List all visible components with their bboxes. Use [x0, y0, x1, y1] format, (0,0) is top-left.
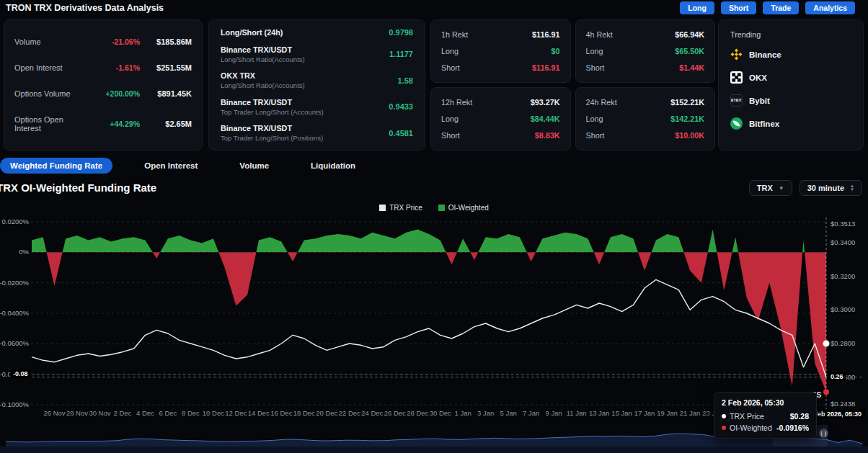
legend-item-oi-weighted[interactable]: OI-Weighted	[438, 204, 489, 212]
svg-text:0%: 0%	[19, 248, 29, 256]
svg-text:0.0200%: 0.0200%	[1, 217, 29, 225]
chart-tabs: Weighted Funding RateOpen InterestVolume…	[0, 158, 366, 174]
binance-icon	[730, 48, 743, 60]
ratio-label: Binance TRX/USDT	[221, 98, 389, 107]
interval-select[interactable]: 30 minute ▲▼	[800, 180, 862, 196]
trending-item-okx[interactable]: OKX	[730, 71, 851, 84]
ratio-label: Binance TRX/USDT	[221, 124, 389, 133]
rekt-short-value: $1.44K	[679, 63, 704, 72]
ratio-label: Long/Short (24h)	[221, 28, 389, 37]
navigator-handle[interactable]: ❙❙	[819, 429, 828, 438]
ratio-value: 1.1177	[389, 50, 413, 58]
stats-panel: Volume-21.06%$185.86MOpen Interest-1.61%…	[4, 19, 203, 151]
svg-text:-0.0200%: -0.0200%	[0, 279, 30, 287]
svg-text:13 Jan: 13 Jan	[589, 409, 610, 417]
tab-volume[interactable]: Volume	[229, 158, 279, 174]
rekt-long-row: Long$0	[441, 47, 560, 55]
svg-text:30 Dec: 30 Dec	[430, 409, 451, 417]
trending-item-bitfinex[interactable]: Bitfinex	[730, 117, 851, 130]
bitfinex-leaf	[730, 117, 743, 130]
bybit-logo-text: BYBIT	[730, 94, 743, 107]
bybit-icon: BYBIT	[730, 94, 743, 107]
svg-text:-0.0600%: -0.0600%	[0, 339, 30, 347]
svg-text:$0.3400: $0.3400	[831, 238, 855, 246]
ratio-row-labels: OKX TRXLong/Short Ratio(Accounts)	[221, 71, 398, 89]
ratio-row-okx-trx: OKX TRXLong/Short Ratio(Accounts)1.58	[221, 71, 413, 89]
rekt-long-label: Long	[586, 47, 603, 55]
ratio-sublabel: Long/Short Ratio(Accounts)	[221, 55, 389, 63]
ratio-row-binance-trx-usdt: Binance TRX/USDTTop Trader Long/Short (P…	[221, 124, 413, 142]
rekt-long-value: $0	[551, 47, 559, 55]
rekt-short-label: Short	[586, 63, 605, 72]
stat-value: $251.55M	[140, 63, 192, 72]
svg-text:4 Dec: 4 Dec	[136, 409, 154, 417]
series-dot-icon	[722, 414, 726, 418]
svg-text:14 Dec: 14 Dec	[248, 409, 270, 417]
ratio-value: 0.9798	[389, 28, 413, 37]
svg-text:$0.2800: $0.2800	[831, 339, 855, 347]
page-title: TRON TRX Derivatives Data Analysis	[6, 3, 164, 13]
svg-text:21 Jan: 21 Jan	[680, 409, 701, 417]
tab-open-interest[interactable]: Open Interest	[134, 158, 208, 174]
svg-text:26 Dec: 26 Dec	[384, 409, 406, 417]
ratio-value: 1.58	[398, 76, 413, 85]
stat-label: Open Interest	[14, 63, 91, 72]
header-button-short[interactable]: Short	[721, 1, 756, 14]
trending-item-label: Bybit	[749, 97, 770, 105]
last-rate-badge: -0.08	[10, 369, 31, 378]
stat-change: +44.29%	[91, 120, 140, 128]
svg-text:1 Jan: 1 Jan	[455, 409, 471, 417]
svg-text:24 Dec: 24 Dec	[361, 409, 383, 417]
svg-text:2 Dec: 2 Dec	[114, 409, 132, 417]
ratio-row-binance-trx-usdt: Binance TRX/USDTTop Trader Long/Short (A…	[221, 98, 413, 116]
ratio-label: Binance TRX/USDT	[221, 45, 389, 54]
tooltip-label: OI-Weighted	[730, 423, 776, 432]
svg-text:7 Jan: 7 Jan	[523, 409, 539, 417]
bitfinex-icon	[730, 117, 743, 130]
stat-row-volume: Volume-21.06%$185.86M	[14, 37, 192, 46]
tab-liquidation[interactable]: Liquidation	[301, 158, 366, 174]
rekt-long-label: Long	[441, 115, 459, 123]
svg-text:30 Nov: 30 Nov	[89, 409, 110, 417]
chart-controls: TRX ▼ 30 minute ▲▼	[749, 180, 862, 196]
long-short-ratio-panel: Long/Short (24h)0.9798Binance TRX/USDTLo…	[208, 19, 425, 151]
symbol-select[interactable]: TRX ▼	[749, 180, 792, 196]
rekt-total: $116.91	[532, 30, 559, 39]
chart-title: TRX OI-Weighted Funding Rate	[0, 181, 156, 194]
rekt-title: 4h Rekt	[586, 30, 613, 39]
svg-text:-0.0400%: -0.0400%	[0, 309, 30, 317]
rekt-short-row: Short$10.00K	[586, 131, 705, 140]
rekt-short-label: Short	[441, 131, 460, 140]
legend-swatch	[379, 205, 386, 211]
stat-label: Options Volume	[14, 89, 91, 98]
rekt-title: 12h Rekt	[441, 98, 472, 107]
trending-item-bybit[interactable]: BYBITBybit	[730, 94, 851, 107]
rekt-grid: 1h Rekt$116.91Long$0Short$116.914h Rekt$…	[430, 19, 715, 151]
header-button-analytics[interactable]: Analytics	[805, 1, 855, 14]
tooltip-rows: TRX Price$0.28OI-Weighted-0.0916%	[722, 412, 809, 432]
svg-text:15 Jan: 15 Jan	[611, 409, 632, 417]
ratio-label: OKX TRX	[221, 71, 398, 80]
tooltip-row-trx-price: TRX Price$0.28	[722, 412, 809, 421]
trending-item-label: OKX	[749, 73, 767, 82]
tooltip-date: 2 Feb 2026, 05:30	[722, 398, 809, 407]
trending-item-binance[interactable]: Binance	[730, 48, 851, 60]
header-button-long[interactable]: Long	[680, 1, 714, 14]
trending-title: Trending	[730, 30, 851, 39]
svg-text:9 Jan: 9 Jan	[546, 409, 562, 417]
svg-text:5 Jan: 5 Jan	[500, 409, 517, 417]
rekt-short-label: Short	[586, 131, 605, 140]
rekt-title-row: 24h Rekt$152.21K	[586, 98, 705, 107]
ratio-row-long-short-24h: Long/Short (24h)0.9798	[221, 28, 413, 37]
stat-row-open-interest: Open Interest-1.61%$251.55M	[14, 63, 192, 72]
legend-item-trx-price[interactable]: TRX Price	[379, 204, 422, 212]
stat-label: Options Open Interest	[14, 115, 91, 133]
legend-label: OI-Weighted	[448, 204, 489, 212]
svg-text:$0.3200: $0.3200	[831, 272, 855, 280]
header-button-trade[interactable]: Trade	[763, 1, 799, 14]
stat-change: -21.06%	[91, 37, 140, 46]
chart-tooltip: 2 Feb 2026, 05:30 TRX Price$0.28OI-Weigh…	[714, 392, 817, 439]
tab-weighted-funding-rate[interactable]: Weighted Funding Rate	[0, 158, 112, 174]
rekt-long-value: $84.44K	[531, 115, 560, 123]
rekt-title-row: 12h Rekt$93.27K	[441, 98, 560, 107]
